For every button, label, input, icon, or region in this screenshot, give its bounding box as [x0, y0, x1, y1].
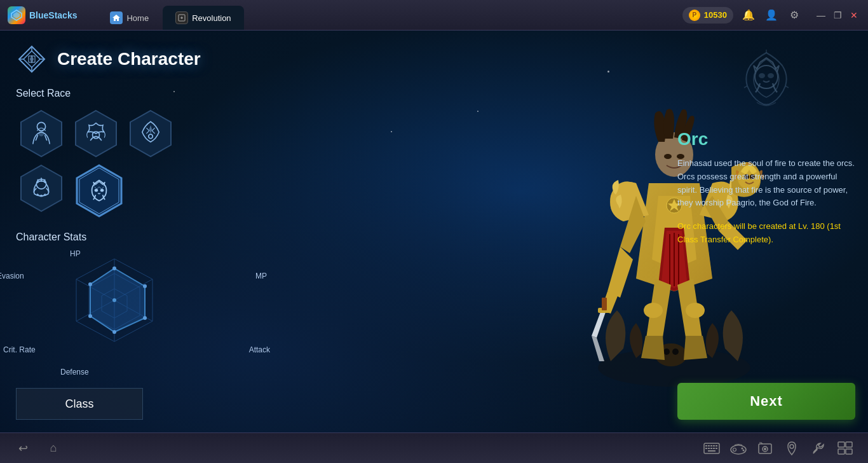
race-description: Einhasad used the soul of fire to create…: [677, 157, 855, 210]
game-tab-icon: [175, 11, 188, 24]
svg-point-50: [755, 66, 778, 88]
keyboard-icon[interactable]: [702, 438, 722, 459]
home-tab-icon: [110, 11, 123, 24]
svg-marker-1: [13, 12, 20, 18]
panel-header: Create Character: [16, 43, 289, 75]
back-icon[interactable]: ↩: [13, 438, 33, 459]
race-icon-human: [27, 120, 55, 148]
svg-rect-63: [715, 448, 717, 449]
svg-point-25: [39, 131, 44, 137]
svg-rect-61: [710, 448, 712, 449]
svg-rect-59: [705, 448, 707, 449]
close-button[interactable]: ✕: [848, 9, 860, 22]
svg-point-34: [95, 189, 98, 192]
svg-point-47: [112, 330, 116, 334]
stat-label-defense: Defense: [60, 368, 89, 377]
tab-bar: Home Revolution: [97, 0, 245, 30]
svg-point-71: [764, 448, 766, 450]
home-icon[interactable]: ⌂: [43, 438, 64, 459]
race-btn-human[interactable]: [16, 108, 67, 159]
bottombar-right: [702, 438, 855, 459]
bottombar: ↩ ⌂: [0, 432, 868, 463]
svg-rect-11: [602, 298, 607, 310]
notification-icon[interactable]: 🔔: [741, 8, 756, 23]
stat-label-attack: Attack: [249, 345, 270, 354]
svg-point-43: [112, 298, 116, 302]
titlebar-right: P 10530 🔔 👤 ⚙ — ❐ ✕: [682, 7, 868, 24]
race-btn-dark-elf[interactable]: [71, 108, 121, 159]
header-diamond-icon: [16, 43, 48, 75]
race-row-1: [16, 108, 289, 159]
svg-point-46: [143, 316, 147, 320]
svg-point-13: [686, 303, 705, 318]
race-special-note: Orc characters will be created at Lv. 18…: [677, 220, 855, 247]
race-btn-elf[interactable]: [125, 108, 176, 159]
stat-label-mp: MP: [255, 272, 267, 280]
titlebar: BlueStacks Home Revolution P 10530: [0, 0, 868, 31]
bottombar-left: ↩ ⌂: [13, 438, 64, 459]
profile-icon[interactable]: 👤: [764, 8, 779, 23]
select-race-label: Select Race: [16, 88, 289, 99]
svg-rect-64: [708, 450, 715, 452]
svg-point-68: [743, 449, 745, 451]
map-icon[interactable]: [782, 438, 802, 459]
tools-icon[interactable]: [808, 438, 829, 459]
svg-point-45: [143, 284, 147, 288]
svg-rect-73: [838, 442, 844, 447]
minimize-button[interactable]: —: [815, 9, 827, 22]
svg-point-48: [88, 314, 92, 318]
tab-home[interactable]: Home: [97, 6, 161, 30]
svg-rect-60: [708, 448, 710, 449]
race-icon-elf: [137, 120, 165, 148]
race-icon-dark-elf: [82, 120, 110, 148]
radar-chart: [51, 249, 178, 367]
svg-point-12: [644, 303, 663, 318]
settings-icon[interactable]: ⚙: [787, 8, 802, 23]
app-title: BlueStacks: [29, 10, 90, 20]
gamepad-icon[interactable]: [728, 438, 749, 459]
layout-icon[interactable]: [835, 438, 855, 459]
svg-point-5: [663, 349, 670, 355]
bs-logo-icon: [8, 6, 25, 24]
character-stats-label: Character Stats: [16, 232, 289, 243]
bluestacks-logo: BlueStacks: [0, 6, 97, 24]
svg-point-72: [790, 445, 794, 448]
radar-chart-container: HP MP Attack Defense Crit. Rate Evasion: [16, 249, 257, 377]
svg-rect-56: [710, 445, 712, 446]
svg-point-6: [672, 349, 679, 355]
coin-icon: P: [689, 10, 700, 21]
svg-point-35: [100, 189, 104, 192]
race-btn-orc[interactable]: [71, 163, 128, 220]
orc-emblem: [728, 43, 804, 120]
svg-point-67: [742, 447, 743, 449]
svg-point-66: [733, 448, 736, 451]
coins-value: 10530: [704, 10, 727, 20]
svg-rect-75: [838, 449, 844, 454]
svg-point-49: [88, 282, 92, 286]
svg-point-29: [149, 134, 153, 139]
svg-rect-58: [715, 445, 717, 446]
screenshot-icon[interactable]: [755, 438, 775, 459]
revolution-tab-label: Revolution: [192, 13, 231, 23]
race-btn-dwarf[interactable]: [16, 163, 67, 214]
tab-revolution[interactable]: Revolution: [163, 6, 243, 30]
race-row-2: [16, 163, 289, 220]
class-button[interactable]: Class: [16, 388, 143, 420]
panel-title: Create Character: [57, 49, 201, 69]
maximize-button[interactable]: ❐: [831, 9, 844, 22]
race-icon-dwarf: [27, 174, 55, 202]
svg-point-15: [664, 154, 672, 159]
home-tab-label: Home: [126, 13, 149, 23]
stat-label-evasion: Evasion: [0, 272, 24, 280]
race-grid: [16, 108, 289, 220]
next-button[interactable]: Next: [677, 383, 855, 420]
svg-marker-42: [90, 268, 145, 332]
window-controls: — ❐ ✕: [815, 9, 860, 22]
svg-rect-76: [846, 449, 852, 454]
svg-point-44: [112, 266, 116, 270]
svg-rect-74: [846, 442, 852, 447]
svg-rect-55: [708, 445, 710, 446]
svg-rect-54: [705, 445, 707, 446]
race-icon-orc: [85, 177, 113, 205]
svg-rect-57: [713, 445, 715, 446]
